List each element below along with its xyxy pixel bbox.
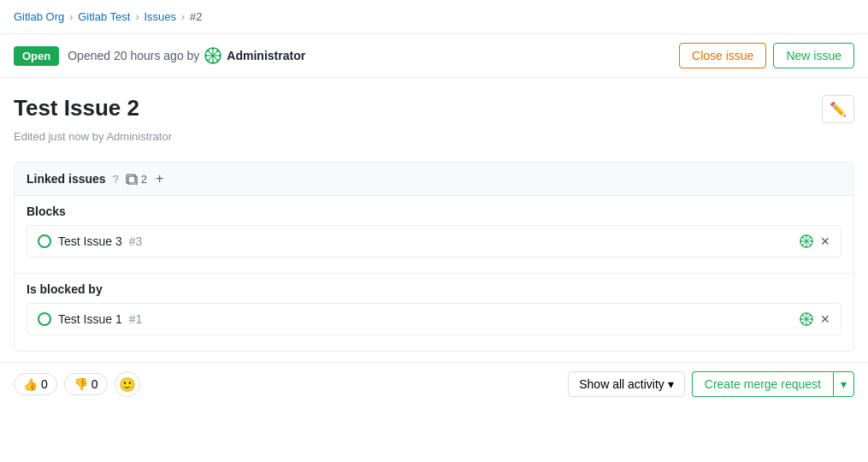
create-merge-request-dropdown-button[interactable]: ▾ (833, 371, 854, 397)
opened-text: Opened 20 hours ago by (68, 49, 199, 62)
remove-blocked-by-item-button[interactable]: ✕ (820, 312, 830, 326)
header-buttons: Close issue New issue (679, 43, 854, 68)
svg-point-10 (217, 60, 219, 62)
svg-point-9 (207, 50, 209, 51)
blocked-by-item-num: #1 (129, 312, 143, 326)
linked-item-right: ✕ (800, 234, 830, 248)
issue-content: Test Issue 2 ✏️ Edited just now by Admin… (0, 78, 868, 151)
count-value: 2 (141, 173, 147, 186)
block-item-num: #3 (129, 234, 143, 248)
linked-item-blocked-right: ✕ (800, 312, 830, 326)
svg-point-39 (810, 314, 812, 316)
breadcrumb: Gitlab Org › Gitlab Test › Issues › #2 (0, 0, 868, 34)
svg-point-7 (205, 55, 207, 56)
thumbsup-count: 0 (41, 377, 48, 391)
block-item-title: Test Issue 3 (58, 234, 122, 248)
svg-point-35 (800, 318, 802, 320)
thumbsup-button[interactable]: 👍 0 (14, 373, 57, 395)
blocks-label: Blocks (27, 204, 841, 218)
svg-point-40 (801, 323, 803, 324)
svg-point-20 (806, 235, 807, 237)
thumbsdown-emoji: 👎 (74, 377, 88, 391)
linked-item-left: Test Issue 3 #3 (38, 234, 142, 248)
show-activity-label: Show all activity (579, 377, 664, 391)
svg-point-11 (217, 50, 219, 51)
svg-point-21 (806, 246, 807, 247)
chevron-down-icon: ▾ (668, 377, 674, 391)
add-emoji-button[interactable]: 🙂 (115, 371, 140, 397)
chevron-down-icon-mr: ▾ (841, 377, 847, 391)
svg-point-33 (806, 313, 807, 315)
svg-point-38 (810, 323, 812, 324)
svg-point-22 (800, 240, 802, 242)
issue-title: Test Issue 2 (14, 95, 139, 121)
linked-issues-count: 2 (126, 173, 147, 186)
edit-issue-button[interactable]: ✏️ (822, 95, 854, 123)
issue-open-icon-2 (38, 312, 51, 326)
emoji-add-icon: 🙂 (119, 376, 136, 393)
author-name: Administrator (227, 49, 305, 62)
item-author-icon-2 (800, 312, 813, 326)
add-linked-issue-button[interactable]: + (154, 171, 165, 187)
svg-point-6 (212, 62, 214, 63)
svg-point-24 (801, 236, 803, 238)
header-meta: Opened 20 hours ago by (68, 47, 305, 64)
breadcrumb-issues[interactable]: Issues (144, 10, 176, 23)
blocked-by-group: Is blocked by Test Issue 1 #1 (15, 274, 853, 351)
thumbsup-emoji: 👍 (23, 377, 38, 391)
linked-issues-label: Linked issues (27, 172, 106, 186)
show-activity-button[interactable]: Show all activity ▾ (568, 371, 685, 397)
svg-point-27 (801, 245, 803, 246)
svg-point-8 (219, 55, 221, 56)
count-icon (126, 173, 138, 185)
new-issue-button[interactable]: New issue (773, 43, 854, 68)
issue-header: Open Opened 20 hours ago by (0, 34, 868, 78)
status-badge: Open (14, 46, 59, 66)
blocks-group: Blocks Test Issue 3 #3 (15, 196, 853, 273)
breadcrumb-sep-1: › (69, 11, 73, 23)
svg-point-34 (806, 323, 807, 325)
svg-point-26 (810, 236, 812, 238)
breadcrumb-org[interactable]: Gitlab Org (14, 10, 64, 23)
create-mr-group: Create merge request ▾ (692, 371, 854, 397)
blocked-by-label: Is blocked by (27, 282, 841, 296)
svg-point-5 (212, 48, 214, 50)
breadcrumb-sep-3: › (181, 11, 185, 23)
issue-open-icon (38, 234, 51, 248)
svg-point-37 (801, 314, 803, 316)
breadcrumb-project[interactable]: Gitlab Test (78, 10, 130, 23)
reactions: 👍 0 👎 0 🙂 (14, 371, 140, 397)
create-merge-request-button[interactable]: Create merge request (692, 371, 833, 397)
close-issue-button[interactable]: Close issue (679, 43, 766, 68)
linked-item-blocks: Test Issue 3 #3 (27, 225, 841, 258)
linked-item-blocked-by: Test Issue 1 #1 (27, 303, 841, 335)
remove-blocks-item-button[interactable]: ✕ (820, 234, 830, 248)
author-avatar-icon (204, 47, 221, 64)
edited-meta: Edited just now by Administrator (14, 130, 854, 143)
issue-header-left: Open Opened 20 hours ago by (14, 46, 305, 66)
issue-title-row: Test Issue 2 ✏️ (14, 95, 854, 123)
item-author-icon (800, 234, 813, 248)
linked-issues-header: Linked issues ? 2 + (15, 163, 853, 196)
breadcrumb-sep-2: › (135, 11, 139, 23)
blocked-by-item-title: Test Issue 1 (58, 312, 122, 326)
svg-point-23 (811, 240, 812, 242)
bottom-right: Show all activity ▾ Create merge request… (568, 371, 854, 397)
linked-item-blocked-left: Test Issue 1 #1 (38, 312, 142, 326)
thumbsdown-button[interactable]: 👎 0 (64, 373, 108, 395)
svg-point-36 (811, 318, 812, 320)
svg-point-12 (207, 60, 209, 62)
help-icon[interactable]: ? (113, 173, 119, 186)
svg-point-25 (810, 245, 812, 246)
linked-issues-section: Linked issues ? 2 + Blocks Test Issue 3 … (14, 162, 854, 352)
thumbsdown-count: 0 (92, 377, 98, 391)
bottom-bar: 👍 0 👎 0 🙂 Show all activity ▾ Create mer… (0, 362, 868, 406)
breadcrumb-issue-num: #2 (190, 10, 202, 23)
